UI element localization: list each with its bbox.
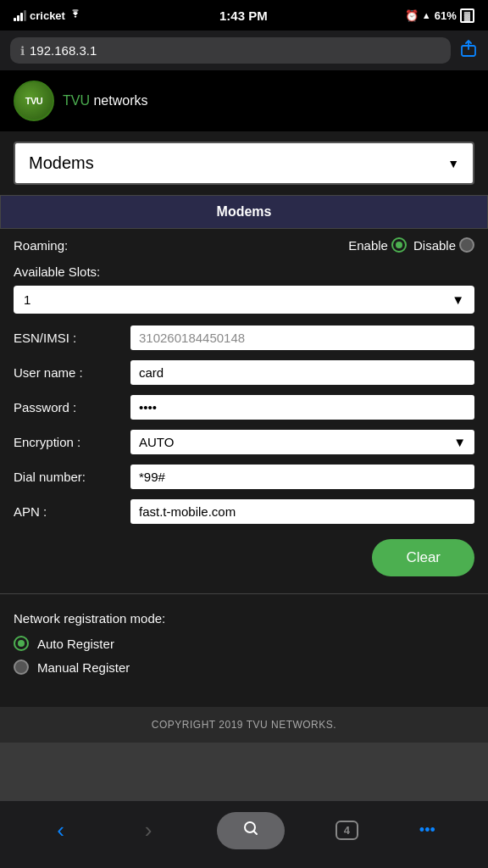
network-section: Network registration mode: Auto Register… — [0, 601, 488, 693]
slots-row: Available Slots: — [7, 261, 481, 286]
slots-dropdown-wrapper: 1 ▼ — [7, 286, 481, 320]
apn-input[interactable] — [130, 499, 474, 524]
divider — [0, 593, 488, 594]
password-input[interactable] — [130, 395, 474, 420]
dial-input[interactable] — [130, 465, 474, 489]
password-label: Password : — [14, 400, 124, 415]
main-content: TVU TVU networks Modems ▼ Modems Roaming… — [0, 70, 488, 868]
slots-arrow-icon: ▼ — [452, 292, 464, 307]
apn-row: APN : — [7, 494, 481, 529]
carrier-signal: cricket — [14, 9, 82, 22]
dropdown-arrow-icon: ▼ — [447, 157, 459, 170]
battery-label: 61% — [435, 9, 457, 22]
wifi-icon — [69, 9, 82, 22]
url-text: 192.168.3.1 — [30, 43, 97, 58]
disable-label: Disable — [413, 238, 456, 253]
back-icon: ‹ — [57, 817, 64, 843]
roaming-options: Enable Disable — [348, 237, 474, 253]
main-dropdown-label: Modems — [29, 153, 94, 173]
search-icon — [242, 820, 259, 842]
section-title: Modems — [0, 195, 488, 229]
username-label: User name : — [14, 365, 124, 380]
manual-register-radio[interactable] — [14, 659, 29, 675]
back-button[interactable]: ‹ — [42, 812, 80, 849]
carrier-label: cricket — [30, 9, 65, 22]
form-area: Roaming: Enable Disable Available Slots:… — [0, 229, 488, 587]
roaming-row: Roaming: Enable Disable — [7, 229, 481, 261]
auto-register-radio[interactable] — [14, 636, 29, 651]
alarm-icon: ⏰ — [405, 9, 419, 22]
username-input[interactable] — [130, 360, 474, 385]
battery-icon: ▓ — [460, 8, 474, 23]
url-field[interactable]: ℹ 192.168.3.1 — [10, 37, 451, 64]
slots-label: Available Slots: — [14, 264, 100, 279]
disable-radio[interactable] — [459, 237, 474, 253]
clear-btn-row: Clear — [7, 529, 481, 587]
auto-register-label: Auto Register — [37, 637, 114, 651]
network-title: Network registration mode: — [14, 611, 474, 626]
encryption-label: Encryption : — [14, 435, 124, 449]
logo-text: TVU — [25, 96, 43, 106]
enable-label: Enable — [348, 238, 388, 253]
copyright: COPYRIGHT 2019 TVU NETWORKS. — [0, 707, 488, 743]
password-row: Password : — [7, 390, 481, 425]
slots-value: 1 — [24, 292, 30, 307]
share-button[interactable] — [459, 39, 478, 63]
search-button[interactable] — [217, 812, 285, 849]
logo-tvu: TVU — [63, 93, 90, 108]
encryption-select[interactable]: AUTO ▼ — [130, 430, 474, 454]
clear-button[interactable]: Clear — [372, 539, 474, 576]
forward-button[interactable]: › — [130, 812, 167, 849]
more-button[interactable]: ••• — [408, 812, 446, 849]
dial-label: Dial number: — [14, 470, 124, 484]
esn-label: ESN/IMSI : — [14, 331, 124, 345]
encryption-row: Encryption : AUTO ▼ — [7, 425, 481, 459]
disable-option[interactable]: Disable — [413, 237, 474, 253]
status-bar: cricket 1:43 PM ⏰ ▲ 61% ▓ — [0, 0, 488, 31]
manual-register-label: Manual Register — [37, 660, 130, 675]
signal-arrow-icon: ▲ — [422, 10, 431, 20]
info-icon: ℹ — [20, 44, 25, 58]
dial-row: Dial number: — [7, 459, 481, 494]
esn-input[interactable] — [130, 326, 474, 350]
enable-radio[interactable] — [391, 237, 407, 253]
roaming-label: Roaming: — [14, 238, 68, 253]
address-bar: ℹ 192.168.3.1 — [0, 31, 488, 70]
more-icon: ••• — [419, 821, 435, 839]
auto-register-option[interactable]: Auto Register — [14, 636, 474, 651]
time-display: 1:43 PM — [219, 8, 268, 23]
logo-icon: TVU — [14, 81, 54, 121]
manual-register-option[interactable]: Manual Register — [14, 659, 474, 675]
app-header: TVU TVU networks — [0, 70, 488, 131]
username-row: User name : — [7, 355, 481, 390]
encryption-value: AUTO — [139, 435, 174, 449]
slots-dropdown[interactable]: 1 ▼ — [14, 286, 474, 314]
main-dropdown-wrapper: Modems ▼ — [0, 131, 488, 195]
brand-name: TVU networks — [63, 93, 147, 108]
esn-row: ESN/IMSI : — [7, 320, 481, 355]
forward-icon: › — [145, 817, 152, 843]
apn-label: APN : — [14, 504, 124, 519]
tabs-count[interactable]: 4 — [336, 821, 358, 840]
enable-option[interactable]: Enable — [348, 237, 407, 253]
bottom-nav: ‹ › 4 ••• — [0, 800, 488, 868]
main-dropdown[interactable]: Modems ▼ — [14, 142, 474, 185]
signal-icon — [14, 9, 26, 21]
encryption-arrow-icon: ▼ — [453, 435, 466, 449]
status-right: ⏰ ▲ 61% ▓ — [405, 8, 474, 23]
